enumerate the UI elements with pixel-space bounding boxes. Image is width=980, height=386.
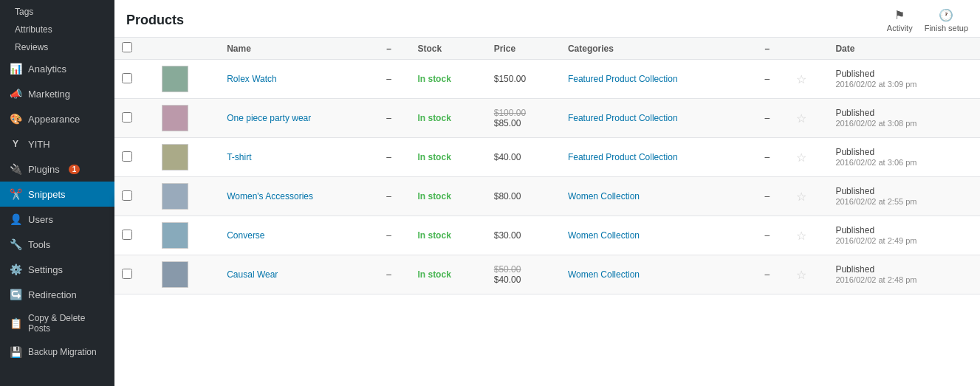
sidebar-item-copy-delete[interactable]: 📋 Copy & Delete Posts xyxy=(0,307,114,340)
sidebar-item-users[interactable]: 👤 Users xyxy=(0,207,114,232)
users-icon: 👤 xyxy=(9,213,22,226)
row-checkbox[interactable] xyxy=(122,151,132,162)
products-table-wrapper: Name – Stock Price Categories – Date Rol… xyxy=(114,38,980,386)
publish-status: Published xyxy=(835,186,874,196)
finish-setup-button[interactable]: 🕐 Finish setup xyxy=(925,7,968,32)
main-content: Products ⚑ Activity 🕐 Finish setup Name … xyxy=(114,0,980,386)
sidebar-item-tools[interactable]: 🔧 Tools xyxy=(0,232,114,257)
dash1-cell: – xyxy=(379,216,410,255)
product-thumbnail-cell xyxy=(154,216,219,255)
sidebar-item-analytics[interactable]: 📊 Analytics xyxy=(0,56,114,81)
category-link[interactable]: Featured Product Collection xyxy=(568,152,678,162)
star-icon[interactable]: ☆ xyxy=(796,112,806,125)
publish-status: Published xyxy=(835,69,874,79)
sidebar-item-redirection[interactable]: ↪️ Redirection xyxy=(0,282,114,307)
sidebar-item-yith[interactable]: Y YITH xyxy=(0,131,114,156)
sidebar-item-appearance[interactable]: 🎨 Appearance xyxy=(0,106,114,131)
row-checkbox[interactable] xyxy=(122,269,132,279)
stock-status: In stock xyxy=(417,191,450,201)
product-name-link[interactable]: One piece party wear xyxy=(227,113,311,123)
category-link[interactable]: Women Collection xyxy=(568,230,640,241)
product-name-cell: Converse xyxy=(219,216,379,255)
stock-cell: In stock xyxy=(410,177,486,216)
date-cell: Published2016/02/02 at 3:08 pm xyxy=(828,99,980,138)
product-name-link[interactable]: T-shirt xyxy=(227,152,251,162)
sidebar-item-plugins[interactable]: 🔌 Plugins 1 xyxy=(0,156,114,182)
row-checkbox[interactable] xyxy=(122,73,132,83)
star-cell: ☆ xyxy=(789,99,829,138)
product-name-link[interactable]: Rolex Watch xyxy=(227,74,277,84)
redirection-icon: ↪️ xyxy=(9,288,22,301)
sidebar-item-label: Redirection xyxy=(28,289,77,300)
category-link[interactable]: Featured Product Collection xyxy=(568,74,678,84)
star-icon[interactable]: ☆ xyxy=(796,230,806,242)
row-checkbox-cell xyxy=(114,60,154,99)
stock-status: In stock xyxy=(417,74,450,84)
dash2-cell: – xyxy=(758,216,789,255)
row-checkbox-cell xyxy=(114,138,154,177)
star-icon[interactable]: ☆ xyxy=(796,269,806,281)
finish-setup-label: Finish setup xyxy=(925,24,968,32)
sidebar-item-marketing[interactable]: 📣 Marketing xyxy=(0,81,114,106)
publish-status: Published xyxy=(835,108,874,118)
table-row: Women's Accessories–In stock$80.00Women … xyxy=(114,177,980,216)
col-checkbox xyxy=(114,38,154,60)
page-title: Products xyxy=(126,13,184,28)
star-icon[interactable]: ☆ xyxy=(796,151,806,164)
sidebar-item-snippets[interactable]: ✂️ Snippets xyxy=(0,182,114,207)
publish-date: 2016/02/02 at 3:08 pm xyxy=(835,119,916,128)
col-star xyxy=(789,38,829,60)
attributes-link[interactable]: Attributes xyxy=(0,21,114,38)
product-thumbnail-cell xyxy=(154,99,219,138)
stock-status: In stock xyxy=(417,113,450,123)
star-cell: ☆ xyxy=(789,216,829,255)
product-name-link[interactable]: Converse xyxy=(227,230,264,241)
star-cell: ☆ xyxy=(789,60,829,99)
stock-cell: In stock xyxy=(410,216,486,255)
publish-status: Published xyxy=(835,225,874,235)
publish-date: 2016/02/02 at 3:09 pm xyxy=(835,80,916,89)
sidebar-item-settings[interactable]: ⚙️ Settings xyxy=(0,257,114,282)
product-name-cell: One piece party wear xyxy=(219,99,379,138)
category-link[interactable]: Women Collection xyxy=(568,269,640,280)
stock-status: In stock xyxy=(417,230,450,241)
product-name-cell: Women's Accessories xyxy=(219,177,379,216)
reviews-link[interactable]: Reviews xyxy=(0,38,114,56)
select-all-checkbox[interactable] xyxy=(122,42,132,52)
sale-price: $40.00 xyxy=(494,275,521,285)
tags-link[interactable]: Tags xyxy=(0,3,114,21)
table-row: Rolex Watch–In stock$150.00Featured Prod… xyxy=(114,60,980,99)
table-row: One piece party wear–In stock$100.00$85.… xyxy=(114,99,980,138)
publish-date: 2016/02/02 at 2:55 pm xyxy=(835,197,916,206)
star-icon[interactable]: ☆ xyxy=(796,190,806,203)
dash2-cell: – xyxy=(758,99,789,138)
sidebar-item-label: Appearance xyxy=(28,114,80,125)
price-cell: $150.00 xyxy=(487,60,561,99)
price-cell: $40.00 xyxy=(487,138,561,177)
backup-icon: 💾 xyxy=(9,345,22,359)
sidebar-item-backup[interactable]: 💾 Backup Migration xyxy=(0,340,114,365)
dash2-cell: – xyxy=(758,255,789,294)
date-cell: Published2016/02/02 at 2:49 pm xyxy=(828,216,980,255)
category-link[interactable]: Women Collection xyxy=(568,191,640,201)
tools-icon: 🔧 xyxy=(9,238,22,251)
product-name-link[interactable]: Causal Wear xyxy=(227,269,278,280)
col-name: Name xyxy=(219,38,379,60)
product-name-cell: Rolex Watch xyxy=(219,60,379,99)
row-checkbox[interactable] xyxy=(122,190,132,201)
category-link[interactable]: Featured Product Collection xyxy=(568,113,678,123)
snippets-icon: ✂️ xyxy=(9,187,22,201)
table-row: Causal Wear–In stock$50.00$40.00Women Co… xyxy=(114,255,980,294)
col-image xyxy=(154,38,219,60)
category-cell: Women Collection xyxy=(561,177,758,216)
sidebar-item-label: Users xyxy=(28,214,53,225)
row-checkbox[interactable] xyxy=(122,112,132,123)
product-name-link[interactable]: Women's Accessories xyxy=(227,191,313,201)
row-checkbox-cell xyxy=(114,255,154,294)
activity-button[interactable]: ⚑ Activity xyxy=(887,7,913,32)
stock-cell: In stock xyxy=(410,60,486,99)
col-dash1: – xyxy=(379,38,410,60)
row-checkbox-cell xyxy=(114,99,154,138)
star-icon[interactable]: ☆ xyxy=(796,73,806,86)
row-checkbox[interactable] xyxy=(122,230,132,240)
